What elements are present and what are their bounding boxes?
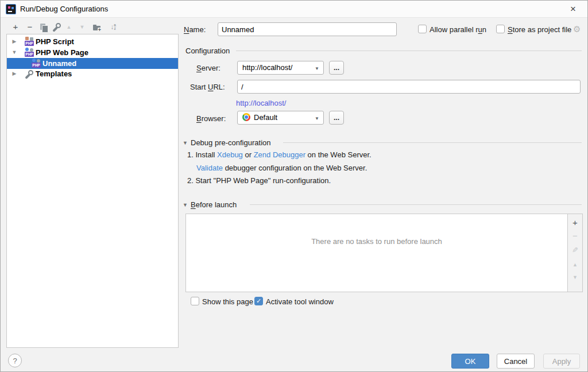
tree-item-label: Unnamed xyxy=(42,58,76,69)
sort-configurations-button[interactable]: ↓ az xyxy=(107,22,119,32)
before-launch-title: Before launch xyxy=(191,200,237,209)
move-up-button: ▲ xyxy=(63,22,75,32)
remove-configuration-button[interactable]: − xyxy=(24,22,36,32)
cancel-button[interactable]: Cancel xyxy=(497,354,535,369)
debug-step-1: 1. Install Xdebug or Zend Debugger on th… xyxy=(187,150,372,159)
move-down-button: ▼ xyxy=(76,22,88,32)
create-folder-button[interactable]: + xyxy=(91,22,103,32)
xdebug-link[interactable]: Xdebug xyxy=(217,150,243,159)
pencil-icon: ✎ xyxy=(572,246,578,254)
section-divider xyxy=(283,142,582,143)
collapse-arrow-icon[interactable]: ▼ xyxy=(183,202,188,208)
activate-tool-window-label: Activate tool window xyxy=(266,297,334,306)
wrench-icon xyxy=(25,70,34,79)
tree-item-label: Templates xyxy=(36,68,72,79)
validate-link[interactable]: Validate xyxy=(196,164,223,172)
name-input[interactable] xyxy=(218,22,397,36)
browser-combobox[interactable]: Default ▼ xyxy=(237,111,324,125)
arrow-up-icon: ▲ xyxy=(67,22,72,32)
php-web-page-icon: PHP xyxy=(25,48,34,57)
new-folder-icon: + xyxy=(92,23,102,32)
wrench-icon xyxy=(52,23,61,32)
minus-icon: − xyxy=(28,22,33,32)
before-launch-toolbar: + − ✎ ▲ ▼ xyxy=(567,214,582,292)
tree-item-php-script[interactable]: ▶ PHP PHP Script xyxy=(7,36,178,47)
configurations-tree: ▶ PHP PHP Script ▼ PHP PHP Web Page PHP … xyxy=(6,34,179,348)
arrow-down-icon: ▼ xyxy=(572,272,578,283)
store-as-project-file-checkbox[interactable]: ✓ xyxy=(496,25,505,33)
localhost-preview-link[interactable]: http://localhost/ xyxy=(236,99,286,107)
collapse-arrow-icon[interactable]: ▼ xyxy=(183,140,188,146)
server-browse-button[interactable]: ... xyxy=(329,61,344,75)
debug-step-validate: Validate debugger configuration on the W… xyxy=(196,164,367,172)
plus-icon: + xyxy=(572,217,578,228)
plus-icon: + xyxy=(13,22,18,32)
add-task-button[interactable]: + xyxy=(569,217,581,228)
allow-parallel-run-label: Allow parallel run xyxy=(430,25,486,34)
chevron-right-icon[interactable]: ▶ xyxy=(11,36,18,47)
remove-task-button: − xyxy=(569,230,581,242)
configuration-section-title: Configuration xyxy=(185,46,230,55)
server-label: Server: xyxy=(196,64,220,72)
copy-configuration-button[interactable] xyxy=(37,22,50,32)
app-logo-icon xyxy=(6,4,16,14)
name-label: Name: xyxy=(184,25,206,34)
add-configuration-button[interactable]: + xyxy=(9,22,22,32)
gear-icon: ⚙ xyxy=(573,25,581,33)
chevron-down-icon: ▼ xyxy=(315,116,319,121)
move-task-up-button: ▲ xyxy=(569,259,581,270)
browser-label: Browser: xyxy=(196,114,226,123)
apply-button: Apply xyxy=(543,354,580,369)
start-url-label: Start URL: xyxy=(190,83,225,91)
ok-button[interactable]: OK xyxy=(451,354,489,369)
edit-templates-button[interactable] xyxy=(51,22,63,32)
copy-icon xyxy=(39,23,48,32)
php-web-page-icon: PHP xyxy=(32,59,41,68)
before-launch-empty-text: There are no tasks to run before launch xyxy=(186,237,567,246)
close-icon[interactable]: × xyxy=(566,2,581,17)
title-bar: Run/Debug Configurations × xyxy=(1,1,587,18)
debug-preconfiguration-title: Debug pre-configuration xyxy=(191,138,270,147)
tree-item-label: PHP Web Page xyxy=(36,47,88,58)
start-url-input[interactable] xyxy=(237,80,581,94)
window-title: Run/Debug Configurations xyxy=(20,1,108,18)
help-button[interactable]: ? xyxy=(8,354,22,367)
chrome-icon xyxy=(242,113,250,121)
arrow-up-icon: ▲ xyxy=(572,259,578,270)
show-this-page-label: Show this page xyxy=(202,297,253,306)
minus-icon: − xyxy=(572,230,578,242)
sort-az-icon: ↓ az xyxy=(110,22,116,32)
debug-step-2: 2. Start "PHP Web Page" run-configuratio… xyxy=(187,176,331,185)
before-launch-tasks-panel: There are no tasks to run before launch … xyxy=(185,214,583,292)
arrow-down-icon: ▼ xyxy=(80,22,85,32)
server-combobox[interactable]: http://localhost/ ▼ xyxy=(237,61,324,75)
chevron-right-icon[interactable]: ▶ xyxy=(11,68,18,79)
zend-debugger-link[interactable]: Zend Debugger xyxy=(254,150,305,159)
tree-item-label: PHP Script xyxy=(36,36,74,47)
store-as-project-file-label: Store as project file xyxy=(508,25,571,34)
tree-item-unnamed-selected[interactable]: PHP Unnamed xyxy=(7,58,178,69)
section-divider xyxy=(236,51,582,51)
tree-item-templates[interactable]: ▶ Templates xyxy=(7,68,178,79)
browser-browse-button[interactable]: ... xyxy=(329,111,344,125)
tree-item-php-web-page[interactable]: ▼ PHP PHP Web Page xyxy=(7,47,178,58)
move-task-down-button: ▼ xyxy=(569,272,581,283)
section-divider xyxy=(250,204,582,205)
run-debug-configurations-dialog: Run/Debug Configurations × + − ▲ ▼ + ↓ a… xyxy=(0,0,588,372)
show-this-page-checkbox[interactable]: ✓ xyxy=(191,297,199,305)
activate-tool-window-checkbox[interactable]: ✓ xyxy=(254,297,263,305)
php-script-icon: PHP xyxy=(25,37,34,46)
chevron-down-icon[interactable]: ▼ xyxy=(11,47,18,58)
edit-task-button: ✎ xyxy=(569,244,581,255)
chevron-down-icon: ▼ xyxy=(315,66,319,71)
allow-parallel-run-checkbox[interactable]: ✓ xyxy=(418,25,427,33)
